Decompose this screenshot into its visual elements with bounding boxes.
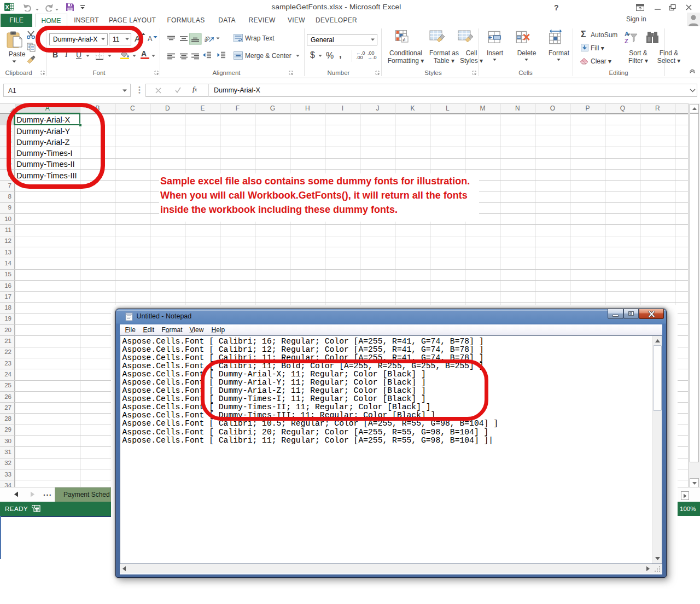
svg-text:A: A [625, 31, 629, 37]
svg-text:Z: Z [625, 38, 628, 44]
svg-text:≠: ≠ [402, 37, 406, 43]
